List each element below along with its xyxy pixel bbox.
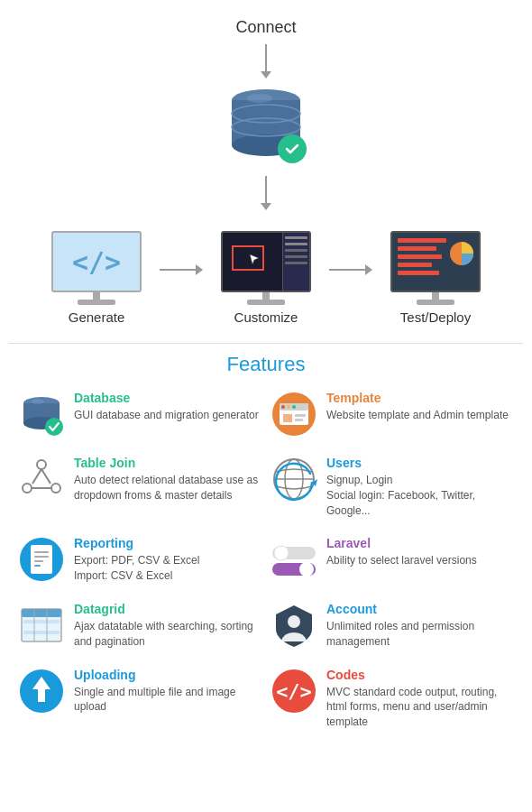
- step-deploy: Test/Deploy: [372, 232, 499, 325]
- connect-section: Connect: [0, 0, 532, 223]
- users-feature-title: Users: [326, 456, 514, 470]
- database-feature-icon: [18, 391, 65, 438]
- feature-reporting: Reporting Export: PDF, CSV & ExcelImport…: [18, 536, 261, 584]
- feature-users: Users Signup, LoginSocial login: Faceboo…: [271, 456, 514, 518]
- svg-rect-37: [34, 565, 41, 567]
- svg-text:</>: </>: [276, 680, 312, 703]
- laravel-feature-desc: Ability to select laravel versions: [326, 553, 514, 568]
- codes-svg-icon: </>: [271, 668, 317, 715]
- account-feature-desc: Unlimited roles and permission managemen…: [326, 619, 514, 650]
- customize-icon: [216, 232, 316, 304]
- laravel-feature-title: Laravel: [326, 536, 514, 550]
- database-svg-icon: [18, 391, 65, 438]
- table-join-feature-title: Table Join: [74, 456, 261, 470]
- feature-codes: </> Codes MVC standard code output, rout…: [271, 668, 514, 730]
- svg-point-41: [299, 562, 314, 577]
- pie-chart-icon: [448, 240, 475, 267]
- svg-rect-44: [23, 620, 60, 623]
- customize-label: Customize: [234, 309, 298, 325]
- users-feature-text: Users Signup, LoginSocial login: Faceboo…: [326, 456, 514, 518]
- account-svg-icon: [271, 602, 317, 649]
- laravel-feature-icon: [271, 536, 317, 583]
- feature-uploading: Uploading Single and multiple file and i…: [18, 668, 261, 730]
- svg-point-39: [274, 546, 289, 560]
- uploading-feature-desc: Single and multiple file and image uploa…: [74, 685, 261, 715]
- users-svg-icon: [271, 456, 317, 503]
- table-join-feature-text: Table Join Auto detect relational databa…: [74, 456, 261, 503]
- svg-rect-36: [34, 560, 43, 562]
- codes-feature-title: Codes: [326, 668, 514, 682]
- database-icon-wrap: [225, 82, 307, 167]
- template-feature-title: Template: [326, 391, 514, 405]
- arrow-right-1: [160, 264, 203, 293]
- codes-feature-icon: </>: [271, 668, 317, 715]
- svg-rect-35: [34, 556, 49, 558]
- datagrid-feature-text: Datagrid Ajax datatable with searching, …: [74, 602, 261, 650]
- generate-label: Generate: [69, 309, 125, 325]
- reporting-feature-title: Reporting: [74, 536, 261, 550]
- account-feature-title: Account: [326, 602, 514, 616]
- svg-rect-18: [295, 419, 303, 421]
- datagrid-svg-icon: [18, 602, 65, 649]
- uploading-svg-icon: [18, 668, 65, 715]
- arrow-down-to-db: [9, 44, 523, 78]
- check-badge: [278, 134, 307, 163]
- svg-rect-43: [22, 609, 61, 617]
- v-arrow-head-2: [261, 203, 271, 210]
- svg-line-25: [32, 469, 41, 484]
- features-grid: Database GUI database and migration gene…: [18, 391, 514, 730]
- feature-laravel: Laravel Ability to select laravel versio…: [271, 536, 514, 584]
- table-join-svg-icon: [18, 456, 65, 503]
- features-title: Features: [18, 353, 514, 376]
- template-feature-text: Template Website template and Admin temp…: [326, 391, 514, 423]
- reporting-svg-icon: [18, 536, 65, 583]
- svg-point-22: [37, 460, 46, 469]
- svg-rect-33: [31, 545, 52, 574]
- svg-line-26: [41, 469, 50, 484]
- datagrid-feature-title: Datagrid: [74, 602, 261, 616]
- database-feature-title: Database: [74, 391, 261, 405]
- table-join-feature-icon: [18, 456, 65, 503]
- datagrid-feature-icon: [18, 602, 65, 649]
- cursor-icon: [248, 253, 261, 265]
- arrow-down-to-steps: [9, 176, 523, 210]
- uploading-feature-icon: [18, 668, 65, 715]
- uploading-feature-title: Uploading: [74, 668, 261, 682]
- feature-database: Database GUI database and migration gene…: [18, 391, 261, 438]
- svg-point-11: [32, 399, 44, 404]
- deploy-icon: [386, 232, 485, 304]
- steps-row: </> Generate: [0, 223, 532, 343]
- account-feature-icon: [271, 602, 317, 649]
- database-feature-desc: GUI database and migration generator: [74, 408, 261, 423]
- reporting-feature-icon: [18, 536, 65, 583]
- datagrid-feature-desc: Ajax datatable with searching, sorting a…: [74, 619, 261, 650]
- deploy-label: Test/Deploy: [400, 309, 471, 325]
- svg-rect-45: [23, 625, 60, 629]
- check-icon: [284, 141, 300, 157]
- v-arrow-line-2: [265, 176, 267, 203]
- account-feature-text: Account Unlimited roles and permission m…: [326, 602, 514, 650]
- svg-rect-34: [34, 551, 49, 553]
- users-feature-desc: Signup, LoginSocial login: Facebook, Twi…: [326, 473, 514, 518]
- features-section: Features Database GUI database and migra…: [0, 344, 532, 748]
- connect-label: Connect: [9, 18, 523, 37]
- feature-account: Account Unlimited roles and permission m…: [271, 602, 514, 650]
- svg-marker-6: [250, 254, 259, 264]
- step-generate: </> Generate: [33, 232, 160, 325]
- svg-point-23: [23, 484, 32, 493]
- svg-rect-16: [283, 414, 292, 422]
- generate-icon: </>: [47, 232, 146, 304]
- codes-feature-text: Codes MVC standard code output, routing,…: [326, 668, 514, 730]
- svg-point-12: [45, 418, 63, 436]
- users-feature-icon: [271, 456, 317, 503]
- arrow-right-2: [329, 264, 372, 293]
- laravel-svg-icon: [271, 541, 317, 577]
- svg-point-5: [247, 94, 272, 103]
- template-svg-icon: [271, 391, 317, 438]
- svg-point-50: [288, 615, 300, 628]
- laravel-feature-text: Laravel Ability to select laravel versio…: [326, 536, 514, 568]
- reporting-feature-text: Reporting Export: PDF, CSV & ExcelImport…: [74, 536, 261, 584]
- feature-template: Template Website template and Admin temp…: [271, 391, 514, 438]
- svg-point-20: [287, 405, 290, 409]
- reporting-feature-desc: Export: PDF, CSV & ExcelImport: CSV & Ex…: [74, 553, 261, 584]
